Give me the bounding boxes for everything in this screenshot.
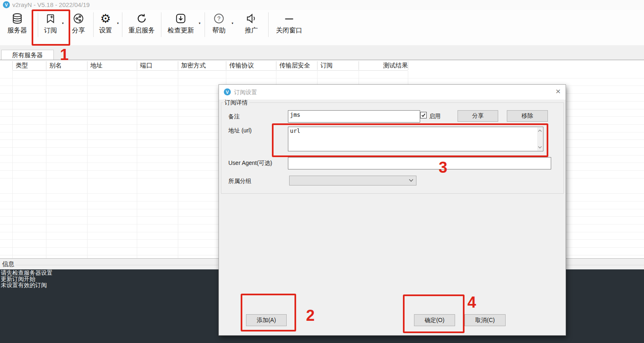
tabstrip-background [0,45,644,60]
group-label: 所属分组 [228,178,251,185]
group-combobox[interactable] [289,176,416,185]
check-update-dropdown-arrow[interactable]: ▾ [199,21,200,25]
column-header-type[interactable]: 类型 [12,60,49,71]
toolbar-item-label: 重启服务 [129,26,155,35]
annotation-number-3: 3 [439,160,447,175]
header-separator [317,61,317,70]
minimize-dash-icon [283,12,295,25]
help-icon: ? [213,12,225,25]
header-separator [87,61,87,70]
dialog-app-icon: V [224,88,231,95]
log-line: 请先检查服务器设置 [1,270,53,276]
restart-icon [136,12,147,25]
toolbar-item-servers[interactable]: 服务器 [5,12,30,44]
window-title: v2rayN - V5.18 - 2022/04/19 [12,0,90,10]
tab-all-servers[interactable]: 所有服务器 [1,50,54,60]
toolbar-item-check-update[interactable]: 检查更新 [167,12,195,44]
dialog-titlebar[interactable]: V 订阅设置 × [219,85,566,100]
tab-label: 所有服务器 [12,51,43,59]
column-header-subscription[interactable]: 订阅 [317,60,362,71]
header-separator [408,61,408,70]
dialog-close-icon[interactable]: × [556,86,561,96]
toolbar-item-label: 检查更新 [168,26,194,35]
chevron-down-icon [409,178,414,182]
header-separator [12,61,13,70]
toolbar-item-settings[interactable]: ⚙ 设置 [96,12,115,44]
toolbar-separator [161,12,161,37]
annotation-box-step4 [403,294,465,333]
groupbox-title: 订阅详情 [223,99,249,107]
remarks-label: 备注 [228,113,240,121]
share-button[interactable]: 分享 [458,110,498,122]
check-icon [421,113,426,118]
column-header-address[interactable]: 地址 [87,60,140,71]
toolbar-item-close-window[interactable]: 关闭窗口 [275,12,303,44]
servers-icon [12,12,23,25]
grid-line [137,71,137,258]
gear-icon: ⚙ [100,12,111,25]
settings-dropdown-arrow[interactable]: ▾ [117,21,119,25]
help-dropdown-arrow[interactable]: ▾ [232,21,233,25]
annotation-number-2: 2 [306,308,315,323]
header-separator [178,61,178,70]
toolbar-separator [122,12,122,37]
enable-checkbox[interactable] [420,112,427,118]
log-line: 更新订阅开始 [1,276,35,282]
toolbar-separator [205,12,205,37]
toolbar-item-help[interactable]: ? 帮助 [209,12,228,44]
toolbar-item-label: 服务器 [7,26,27,35]
column-header-encryption[interactable]: 加密方式 [178,60,229,71]
toolbar-item-label: 分享 [72,26,85,35]
column-header-tls[interactable]: 传输层安全 [276,60,320,71]
grid-line [46,71,46,258]
grid-line [178,71,178,258]
cancel-button[interactable]: 取消(C) [465,314,506,326]
annotation-box-step3 [272,123,548,157]
app-icon: V [3,1,10,8]
share-icon [73,12,84,25]
toolbar-separator [268,12,269,37]
info-label: 信息 [2,260,14,268]
user-agent-label: User Agent(可选) [228,160,272,167]
main-toolbar: 服务器 ▾ 订阅 ▾ 分享 ⚙ 设置 ▾ [0,10,644,45]
annotation-box-step2 [241,294,296,331]
toolbar-item-label: 推广 [245,26,258,35]
column-header-port[interactable]: 端口 [137,60,181,71]
enable-label: 启用 [429,113,441,120]
user-agent-input[interactable] [288,157,551,169]
toolbar-separator [93,12,94,37]
grid-line [87,71,87,258]
annotation-box-step1 [32,9,70,46]
remarks-input[interactable]: jms [288,110,420,123]
url-label: 地址 (url) [228,127,252,134]
toolbar-item-label: 设置 [99,26,112,35]
svg-text:?: ? [217,15,221,22]
toolbar-item-restart-service[interactable]: 重启服务 [128,12,156,44]
toolbar-item-share[interactable]: 分享 [69,12,88,44]
speaker-icon [245,12,258,25]
grid-line [12,71,13,258]
header-separator [137,61,137,70]
remove-button[interactable]: 移除 [507,110,548,122]
dialog-title: 订阅设置 [234,85,257,100]
window-titlebar: V v2rayN - V5.18 - 2022/04/19 [0,0,644,10]
column-header-test-result[interactable]: 测试结果 [359,60,408,71]
header-separator [226,61,226,70]
header-separator [359,61,359,70]
header-separator [46,61,46,70]
check-update-icon [175,12,186,25]
toolbar-item-promotion[interactable]: 推广 [242,12,261,44]
annotation-number-1: 1 [60,47,69,63]
column-header-transport[interactable]: 传输协议 [226,60,279,71]
annotation-number-4: 4 [467,294,476,310]
toolbar-item-label: 关闭窗口 [276,26,302,35]
log-line: 未设置有效的订阅 [1,282,47,288]
header-separator [276,61,276,70]
toolbar-item-label: 帮助 [212,26,225,35]
